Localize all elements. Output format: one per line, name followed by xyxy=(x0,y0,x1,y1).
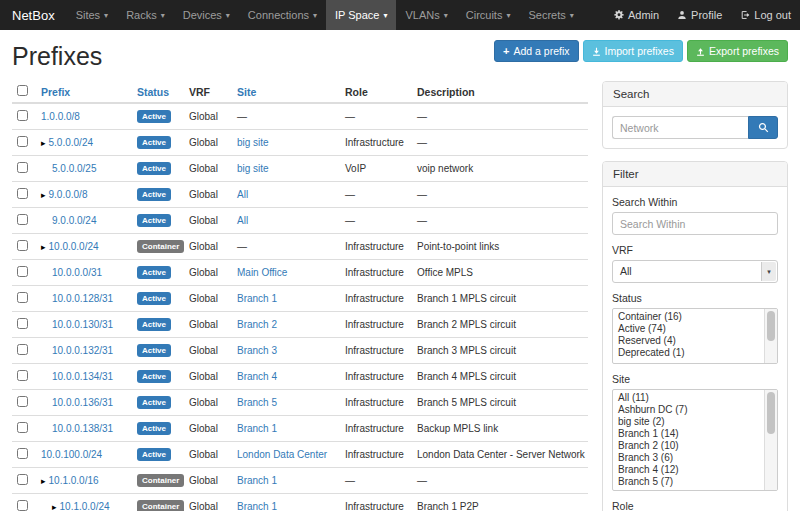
row-checkbox[interactable] xyxy=(17,396,28,407)
site-cell: Branch 3 xyxy=(232,338,340,364)
prefix-link[interactable]: 10.0.0.138/31 xyxy=(52,423,113,434)
role-value: Infrastructure xyxy=(345,293,404,304)
listbox-option[interactable]: big site (2) xyxy=(613,416,763,428)
site-link[interactable]: Branch 5 xyxy=(237,397,277,408)
row-checkbox[interactable] xyxy=(17,240,28,251)
listbox-option[interactable]: Container (16) xyxy=(613,311,763,323)
prefix-link[interactable]: 1.0.0.0/8 xyxy=(41,111,80,122)
site-link[interactable]: Branch 1 xyxy=(237,293,277,304)
select-all-checkbox[interactable] xyxy=(17,85,28,96)
add-prefix-button[interactable]: + Add a prefix xyxy=(494,40,578,62)
site-link[interactable]: London Data Center xyxy=(237,449,327,460)
row-checkbox[interactable] xyxy=(17,448,28,459)
description-value: Branch 1 P2P xyxy=(417,501,479,511)
empty-value: — xyxy=(237,241,247,252)
row-checkbox[interactable] xyxy=(17,110,28,121)
listbox-option[interactable]: Branch 4 (12) xyxy=(613,464,763,476)
listbox-option[interactable]: Reserved (4) xyxy=(613,335,763,347)
listbox-option[interactable]: All (11) xyxy=(613,392,763,404)
site-link[interactable]: Branch 3 xyxy=(237,345,277,356)
row-checkbox[interactable] xyxy=(17,188,28,199)
status-badge: Active xyxy=(137,422,171,435)
prefix-link[interactable]: 5.0.0.0/24 xyxy=(49,137,93,148)
prefix-link[interactable]: 9.0.0.0/8 xyxy=(49,189,88,200)
row-checkbox[interactable] xyxy=(17,136,28,147)
scrollbar[interactable] xyxy=(764,390,777,490)
page-title: Prefixes xyxy=(12,42,102,71)
nav-item-connections[interactable]: Connections▾ xyxy=(239,0,326,30)
listbox-option[interactable]: Deprecated (1) xyxy=(613,347,763,359)
row-checkbox[interactable] xyxy=(17,422,28,433)
search-button[interactable] xyxy=(748,116,778,139)
nav-item-logout[interactable]: Log out xyxy=(731,0,800,30)
content: Prefixes + Add a prefix Import prefixes … xyxy=(0,30,800,511)
site-link[interactable]: big site xyxy=(237,163,269,174)
listbox-option[interactable]: Branch 1 (14) xyxy=(613,428,763,440)
nav-item-profile[interactable]: Profile xyxy=(668,0,731,30)
description-cell: Branch 1 P2P xyxy=(412,494,588,511)
plus-icon: + xyxy=(503,47,509,55)
site-link[interactable]: Branch 1 xyxy=(237,423,277,434)
site-link[interactable]: All xyxy=(237,189,248,200)
search-input[interactable] xyxy=(612,116,748,139)
nav-item-circuits[interactable]: Circuits▾ xyxy=(457,0,520,30)
nav-item-ip-space[interactable]: IP Space▾ xyxy=(326,0,396,30)
nav-item-secrets[interactable]: Secrets▾ xyxy=(519,0,582,30)
status-filter-label: Status xyxy=(612,292,778,304)
site-cell: big site xyxy=(232,130,340,156)
nav-item-admin[interactable]: Admin xyxy=(605,0,668,30)
sort-site-header[interactable]: Site xyxy=(237,86,256,98)
import-prefixes-button[interactable]: Import prefixes xyxy=(583,40,683,62)
site-listbox[interactable]: All (11)Ashburn DC (7)big site (2)Branch… xyxy=(612,389,778,491)
prefix-link[interactable]: 10.0.0.134/31 xyxy=(52,371,113,382)
prefix-link[interactable]: 5.0.0.0/25 xyxy=(52,163,96,174)
prefix-link[interactable]: 10.0.100.0/24 xyxy=(41,449,102,460)
sort-prefix-header[interactable]: Prefix xyxy=(41,86,70,98)
scrollbar[interactable] xyxy=(764,309,777,363)
listbox-option[interactable]: Ashburn DC (7) xyxy=(613,404,763,416)
nav-item-vlans[interactable]: VLANs▾ xyxy=(396,0,456,30)
vrf-select[interactable]: All ▾ xyxy=(612,260,778,283)
prefix-link[interactable]: 10.0.0.0/31 xyxy=(52,267,102,278)
nav-item-racks[interactable]: Racks▾ xyxy=(117,0,174,30)
site-link[interactable]: Main Office xyxy=(237,267,287,278)
description-cell: Branch 5 MPLS circuit xyxy=(412,390,588,416)
listbox-option[interactable]: Branch 2 (10) xyxy=(613,440,763,452)
prefix-link[interactable]: 9.0.0.0/24 xyxy=(52,215,96,226)
sort-status-header[interactable]: Status xyxy=(137,86,169,98)
row-checkbox[interactable] xyxy=(17,474,28,485)
site-link[interactable]: Branch 4 xyxy=(237,371,277,382)
scrollbar-thumb[interactable] xyxy=(767,311,775,341)
prefix-link[interactable]: 10.0.0.136/31 xyxy=(52,397,113,408)
search-within-input[interactable] xyxy=(612,212,778,235)
prefix-link[interactable]: 10.0.0.128/31 xyxy=(52,293,113,304)
row-checkbox[interactable] xyxy=(17,344,28,355)
site-link[interactable]: Branch 1 xyxy=(237,475,277,486)
scrollbar-thumb[interactable] xyxy=(767,392,775,434)
nav-item-sites[interactable]: Sites▾ xyxy=(67,0,117,30)
row-checkbox[interactable] xyxy=(17,162,28,173)
listbox-option[interactable]: Branch 3 (6) xyxy=(613,452,763,464)
brand-link[interactable]: NetBox xyxy=(0,0,67,30)
prefix-link[interactable]: 10.1.0.0/24 xyxy=(60,501,110,511)
site-link[interactable]: Branch 1 xyxy=(237,501,277,511)
site-link[interactable]: big site xyxy=(237,137,269,148)
prefix-link[interactable]: 10.0.0.0/24 xyxy=(49,241,99,252)
row-checkbox[interactable] xyxy=(17,318,28,329)
prefix-link[interactable]: 10.1.0.0/16 xyxy=(49,475,99,486)
status-listbox[interactable]: Container (16)Active (74)Reserved (4)Dep… xyxy=(612,308,778,364)
listbox-option[interactable]: Active (74) xyxy=(613,323,763,335)
site-link[interactable]: Branch 2 xyxy=(237,319,277,330)
row-checkbox[interactable] xyxy=(17,266,28,277)
site-link[interactable]: All xyxy=(237,215,248,226)
row-checkbox[interactable] xyxy=(17,500,28,511)
export-prefixes-button[interactable]: Export prefixes xyxy=(687,40,788,62)
row-checkbox[interactable] xyxy=(17,370,28,381)
row-checkbox[interactable] xyxy=(17,292,28,303)
nav-item-devices[interactable]: Devices▾ xyxy=(174,0,239,30)
row-checkbox[interactable] xyxy=(17,214,28,225)
listbox-option[interactable]: Branch 5 (7) xyxy=(613,476,763,488)
role-cell: — xyxy=(340,103,412,130)
prefix-link[interactable]: 10.0.0.130/31 xyxy=(52,319,113,330)
prefix-link[interactable]: 10.0.0.132/31 xyxy=(52,345,113,356)
